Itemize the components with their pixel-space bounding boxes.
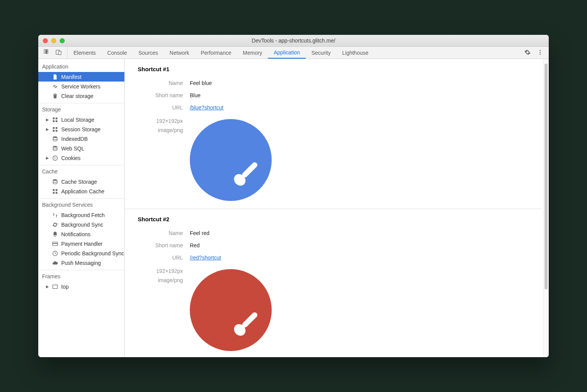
titlebar: DevTools - app-shortcuts.glitch.me/	[38, 35, 549, 47]
shortcut-heading: Shortcut #2	[125, 209, 542, 228]
sidebar-item-payment-handler[interactable]: ▶Payment Handler	[38, 239, 124, 248]
tab-performance[interactable]: Performance	[195, 47, 237, 59]
minimize-window-button[interactable]	[51, 38, 56, 43]
sidebar-item-top[interactable]: ▶top	[38, 282, 124, 291]
sidebar-item-push-messaging[interactable]: ▶Push Messaging	[38, 258, 124, 268]
grid-icon	[52, 188, 58, 194]
sidebar-item-indexeddb[interactable]: ▶IndexedDB	[38, 134, 124, 144]
value-name: Feel red	[190, 230, 209, 236]
sidebar-item-label: Background Sync	[61, 222, 103, 228]
sidebar-item-cookies[interactable]: ▶Cookies	[38, 153, 124, 163]
sidebar-item-cache-storage[interactable]: ▶Cache Storage	[38, 177, 124, 186]
shortcut-heading: Shortcut #1	[125, 59, 542, 78]
scrollbar[interactable]	[543, 59, 549, 357]
inspect-element-icon[interactable]	[44, 49, 50, 57]
more-icon[interactable]	[537, 49, 543, 57]
sidebar-item-clear-storage[interactable]: ▶Clear storage	[38, 91, 124, 101]
tab-security[interactable]: Security	[306, 47, 337, 59]
shortcut-section: Shortcut #2NameFeel redShort nameRedURL/…	[125, 209, 542, 351]
shortcut-icon-preview	[190, 269, 272, 351]
svg-point-5	[540, 54, 541, 55]
svg-rect-28	[53, 285, 57, 288]
svg-point-20	[53, 179, 57, 181]
panel-tabs: ElementsConsoleSourcesNetworkPerformance…	[38, 47, 549, 59]
card-icon	[52, 241, 58, 247]
tab-sources[interactable]: Sources	[133, 47, 164, 59]
svg-rect-22	[55, 189, 57, 191]
settings-icon[interactable]	[524, 49, 531, 57]
sidebar-item-label: Cache Storage	[61, 179, 97, 185]
toolbar-left	[38, 47, 68, 59]
bell-icon	[52, 231, 58, 237]
tab-application[interactable]: Application	[268, 47, 306, 59]
sidebar-item-session-storage[interactable]: ▶Session Storage	[38, 124, 124, 134]
sidebar-item-notifications[interactable]: ▶Notifications	[38, 229, 124, 239]
label-url: URL	[125, 255, 190, 261]
expand-arrow-icon[interactable]: ▶	[46, 156, 49, 160]
svg-point-19	[54, 158, 55, 159]
sync-icon	[52, 222, 58, 228]
cloud-icon	[52, 260, 58, 266]
grid-icon	[52, 126, 58, 132]
tab-lighthouse[interactable]: Lighthouse	[336, 47, 374, 59]
sidebar-item-label: Session Storage	[61, 126, 101, 132]
close-window-button[interactable]	[43, 38, 48, 43]
icon-mime: image/png	[125, 126, 183, 135]
sidebar-item-background-fetch[interactable]: ▶Background Fetch	[38, 210, 124, 220]
svg-rect-13	[55, 130, 57, 132]
tab-elements[interactable]: Elements	[68, 47, 101, 59]
sidebar-item-label: Manifest	[61, 74, 82, 80]
trash-icon	[52, 93, 58, 99]
value-short-name: Red	[190, 242, 200, 248]
window-title: DevTools - app-shortcuts.glitch.me/	[38, 38, 549, 44]
expand-arrow-icon[interactable]: ▶	[46, 284, 49, 289]
sidebar-item-label: Cookies	[61, 155, 81, 161]
sidebar-group-cache: Cache	[38, 165, 124, 177]
device-toggle-icon[interactable]	[55, 49, 62, 57]
svg-rect-21	[53, 189, 55, 191]
maximize-window-button[interactable]	[60, 38, 65, 43]
tab-console[interactable]: Console	[101, 47, 132, 59]
sidebar-item-web-sql[interactable]: ▶Web SQL	[38, 144, 124, 153]
sidebar: Application▶Manifest▶Service Workers▶Cle…	[38, 59, 125, 357]
svg-rect-6	[53, 118, 55, 119]
expand-arrow-icon[interactable]: ▶	[46, 127, 49, 131]
svg-point-3	[540, 50, 541, 51]
tab-network[interactable]: Network	[164, 47, 195, 59]
sidebar-group-storage: Storage	[38, 103, 124, 115]
grid-icon	[52, 117, 58, 123]
devtools-window: DevTools - app-shortcuts.glitch.me/ Elem…	[38, 35, 549, 357]
label-short-name: Short name	[125, 92, 190, 98]
svg-rect-29	[241, 161, 258, 178]
label-name: Name	[125, 230, 190, 236]
icon-mime: image/png	[125, 276, 183, 285]
svg-rect-24	[55, 192, 57, 194]
expand-arrow-icon[interactable]: ▶	[46, 118, 49, 122]
sidebar-item-periodic-background-sync[interactable]: ▶Periodic Background Sync	[38, 248, 124, 258]
sidebar-item-service-workers[interactable]: ▶Service Workers	[38, 82, 124, 91]
label-name: Name	[125, 80, 190, 86]
svg-rect-26	[52, 243, 57, 244]
sidebar-item-label: Application Cache	[61, 188, 104, 194]
icon-size: 192×192px	[125, 117, 183, 126]
sidebar-item-label: Local Storage	[61, 117, 94, 123]
sidebar-item-local-storage[interactable]: ▶Local Storage	[38, 115, 124, 124]
svg-rect-23	[53, 192, 55, 194]
sidebar-item-label: Periodic Background Sync	[61, 250, 124, 256]
tab-memory[interactable]: Memory	[237, 47, 268, 59]
file-icon	[52, 74, 58, 80]
value-url-link[interactable]: /red?shortcut	[190, 255, 221, 261]
value-url-link[interactable]: /blue?shortcut	[190, 105, 223, 111]
svg-point-17	[54, 157, 55, 158]
svg-point-18	[55, 157, 56, 158]
sidebar-item-manifest[interactable]: ▶Manifest	[38, 72, 124, 82]
svg-rect-8	[53, 120, 55, 122]
svg-rect-7	[55, 118, 57, 119]
label-url: URL	[125, 105, 190, 111]
window-controls	[43, 38, 65, 43]
sidebar-item-background-sync[interactable]: ▶Background Sync	[38, 220, 124, 229]
sidebar-item-application-cache[interactable]: ▶Application Cache	[38, 186, 124, 196]
database-icon	[52, 179, 58, 185]
sidebar-item-label: Web SQL	[61, 145, 84, 152]
sidebar-group-frames: Frames	[38, 270, 124, 282]
